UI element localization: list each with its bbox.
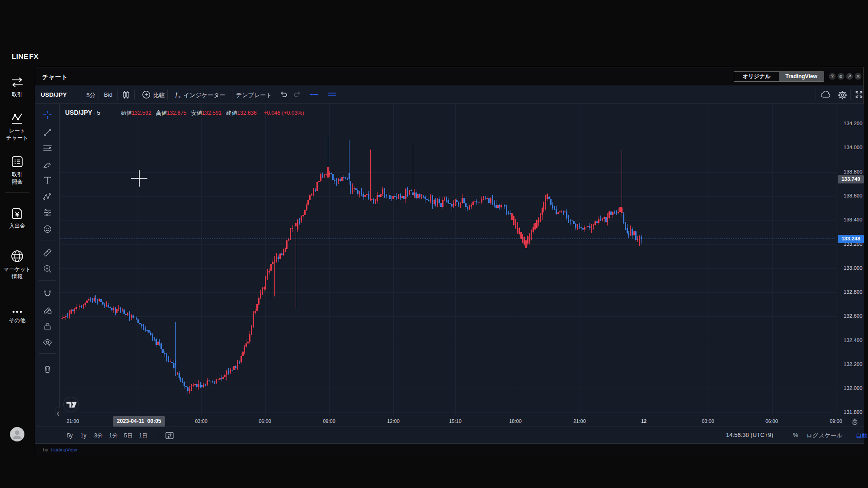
svg-text:x: x — [179, 95, 180, 99]
svg-text:⚙: ⚙ — [839, 74, 843, 79]
svg-text:f: f — [175, 91, 178, 98]
svg-text:?: ? — [831, 74, 834, 79]
